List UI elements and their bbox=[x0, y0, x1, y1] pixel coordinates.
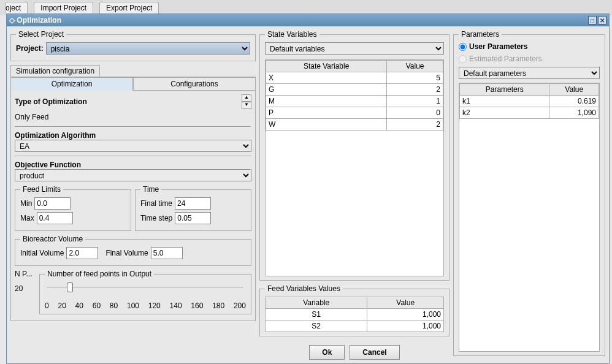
slider-tick-label: 120 bbox=[148, 301, 161, 310]
pr-head-val: Value bbox=[549, 84, 599, 96]
optimization-window: ◇ Optimization □ ✕ Select Project Projec… bbox=[6, 13, 610, 364]
sim-config-label: Simulation configuration bbox=[10, 65, 100, 77]
time-step-label: Time step bbox=[140, 214, 172, 222]
feed-limits-legend: Feed Limits bbox=[20, 185, 63, 194]
cancel-button[interactable]: Cancel bbox=[350, 345, 399, 360]
close-icon[interactable]: ✕ bbox=[598, 16, 606, 25]
npoints-value: 20 bbox=[15, 284, 37, 293]
table-row[interactable]: P0 bbox=[266, 107, 443, 119]
bg-tab-export[interactable]: Export Project bbox=[99, 2, 159, 13]
npoints-slider[interactable] bbox=[47, 287, 243, 299]
table-row[interactable]: S11,000 bbox=[266, 309, 444, 320]
user-params-label: User Parameters bbox=[469, 42, 527, 51]
table-row[interactable]: G2 bbox=[266, 84, 443, 96]
params-select[interactable]: Default parameters bbox=[459, 67, 600, 79]
max-label: Max bbox=[20, 214, 34, 222]
time-legend: Time bbox=[140, 185, 161, 194]
params-table: Parameters Value k10.619k21,090 bbox=[459, 83, 599, 119]
parameters-group: Parameters User Parameters Estimated Par… bbox=[453, 30, 605, 356]
select-project-legend: Select Project bbox=[16, 30, 66, 39]
npoints-short-label: N P... bbox=[15, 270, 37, 278]
project-select[interactable]: piscia bbox=[46, 42, 250, 55]
bg-tab-import[interactable]: Import Project bbox=[34, 2, 93, 13]
table-row[interactable]: k10.619 bbox=[460, 96, 599, 107]
optimization-panel: Type of Optimization ▲ ▼ Only Feed Optim… bbox=[10, 91, 256, 321]
table-row[interactable]: S21,000 bbox=[266, 320, 444, 332]
fv-head-var: Variable bbox=[266, 297, 367, 309]
user-params-radio[interactable] bbox=[459, 43, 467, 51]
slider-tick-label: 100 bbox=[127, 301, 139, 310]
select-project-group: Select Project Project: piscia bbox=[10, 30, 256, 61]
state-vars-group: State Variables Default variables State … bbox=[259, 30, 449, 281]
state-vars-select[interactable]: Default variables bbox=[265, 42, 444, 55]
init-vol-input[interactable] bbox=[66, 247, 98, 259]
fv-head-val: Value bbox=[367, 297, 444, 309]
min-label: Min bbox=[20, 199, 32, 208]
slider-tick-label: 140 bbox=[170, 301, 182, 310]
maximize-icon[interactable]: □ bbox=[588, 16, 597, 25]
slider-tick-label: 40 bbox=[75, 301, 83, 310]
window-icon: ◇ bbox=[9, 16, 15, 25]
bioreactor-group: Bioreactor Volume Initial Volume Final V… bbox=[15, 235, 251, 266]
ok-button[interactable]: Ok bbox=[309, 345, 345, 360]
titlebar[interactable]: ◇ Optimization □ ✕ bbox=[7, 14, 609, 26]
final-vol-input[interactable] bbox=[151, 247, 183, 259]
window-title: Optimization bbox=[17, 16, 587, 25]
obj-label: Objective Function bbox=[15, 161, 251, 169]
npoints-label: Number of feed points in Output bbox=[45, 270, 154, 278]
state-vars-legend: State Variables bbox=[265, 30, 319, 39]
feed-vals-group: Feed Variables Values Variable Value S11… bbox=[259, 284, 449, 336]
bioreactor-legend: Bioreactor Volume bbox=[20, 235, 85, 243]
sv-head-var: State Variable bbox=[266, 61, 387, 72]
slider-tick-label: 200 bbox=[234, 301, 246, 310]
final-time-label: Final time bbox=[140, 199, 172, 208]
est-params-radio bbox=[459, 55, 467, 63]
max-input[interactable] bbox=[37, 212, 73, 224]
type-spin-up-icon[interactable]: ▲ bbox=[242, 94, 251, 102]
tab-configurations[interactable]: Configurations bbox=[133, 77, 256, 91]
tabstrip: Optimization Configurations bbox=[10, 77, 256, 91]
bg-tab-project[interactable]: oject bbox=[5, 2, 28, 13]
table-row[interactable]: k21,090 bbox=[460, 107, 599, 119]
tab-optimization[interactable]: Optimization bbox=[10, 77, 133, 91]
min-input[interactable] bbox=[34, 197, 71, 210]
feed-vals-legend: Feed Variables Values bbox=[265, 284, 343, 293]
slider-tick-label: 0 bbox=[45, 301, 49, 310]
final-vol-label: Final Volume bbox=[105, 249, 148, 257]
sv-head-val: Value bbox=[387, 61, 443, 72]
final-time-input[interactable] bbox=[175, 197, 211, 210]
slider-tick-label: 180 bbox=[212, 301, 224, 310]
table-row[interactable]: X5 bbox=[266, 72, 443, 84]
time-group: Time Final time Time step bbox=[135, 185, 251, 231]
type-spin-down-icon[interactable]: ▼ bbox=[242, 102, 251, 109]
table-row[interactable]: M1 bbox=[266, 96, 443, 107]
npoints-group: Number of feed points in Output 02040608… bbox=[39, 270, 251, 314]
pr-head-par: Parameters bbox=[460, 84, 549, 96]
table-row[interactable]: W2 bbox=[266, 119, 443, 131]
parameters-legend: Parameters bbox=[459, 30, 502, 39]
algo-select[interactable]: EA bbox=[15, 140, 251, 152]
algo-label: Optimization Algorithm bbox=[15, 131, 251, 140]
init-vol-label: Initial Volume bbox=[20, 249, 64, 257]
slider-tick-label: 60 bbox=[93, 301, 101, 310]
feed-limits-group: Feed Limits Min Max bbox=[15, 185, 131, 231]
state-vars-table: State Variable Value X5G2M1P0W2 bbox=[266, 60, 443, 131]
obj-select[interactable]: product bbox=[15, 169, 251, 181]
est-params-label: Estimated Parameters bbox=[469, 55, 542, 63]
project-label: Project: bbox=[16, 44, 44, 53]
feed-vals-table: Variable Value S11,000S21,000 bbox=[265, 297, 444, 332]
slider-tick-label: 20 bbox=[58, 301, 66, 310]
type-opt-label: Type of Optimization bbox=[15, 97, 87, 106]
slider-handle-icon[interactable] bbox=[67, 282, 73, 292]
slider-tick-label: 80 bbox=[110, 301, 118, 310]
type-opt-value: Only Feed bbox=[15, 113, 48, 121]
time-step-input[interactable] bbox=[175, 212, 211, 224]
slider-tick-label: 160 bbox=[191, 301, 203, 310]
